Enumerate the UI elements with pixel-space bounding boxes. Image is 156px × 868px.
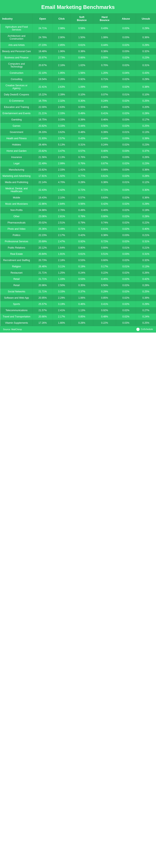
cell-industry: Non-Profits xyxy=(0,207,33,213)
table-row: Medical, Dental, and Healthcare22.43%2.4… xyxy=(0,185,156,194)
cell-open: 27.23% xyxy=(33,42,53,48)
cell-abuse: 0.02% xyxy=(116,194,136,201)
cell-industry: Hobbies xyxy=(0,142,33,148)
table-row: Vitamin Supplements17.26%1.80%0.28%0.22%… xyxy=(0,320,156,326)
cell-click: 3.49% xyxy=(53,226,70,232)
cell-industry: Home and Garden xyxy=(0,148,33,154)
cell-soft_bounce: 0.43% xyxy=(70,135,93,142)
cell-industry: Legal xyxy=(0,160,33,167)
table-row: Travel and Transportation20.66%2.17%0.85… xyxy=(0,314,156,320)
col-click: Click xyxy=(53,13,70,24)
cell-unsub: 0.25% xyxy=(136,123,156,129)
cell-unsub: 0.39% xyxy=(136,135,156,142)
table-row: Retail20.96%2.50%0.35%0.50%0.02%0.28% xyxy=(0,282,156,288)
cell-hard_bounce: 0.71% xyxy=(93,76,116,83)
cell-soft_bounce: 0.56% xyxy=(70,201,93,207)
cell-click: 2.32% xyxy=(53,98,70,104)
cell-hard_bounce: 0.29% xyxy=(93,288,116,295)
cell-open: 22.10% xyxy=(33,70,53,76)
cell-abuse: 0.03% xyxy=(116,232,136,239)
cell-unsub: 0.32% xyxy=(136,257,156,264)
cell-industry: Medical, Dental, and Healthcare xyxy=(0,185,33,194)
cell-abuse: 0.02% xyxy=(116,142,136,148)
source-label: Source: MailChimp xyxy=(3,328,22,331)
cell-abuse: 0.02% xyxy=(116,295,136,301)
cell-click: 2.18% xyxy=(53,257,70,264)
cell-hard_bounce: 0.61% xyxy=(93,226,116,232)
table-row: Retail21.71%1.33%0.53%0.45%0.02%0.42% xyxy=(0,276,156,282)
table-row: Music and Musicians22.86%2.84%0.56%0.42%… xyxy=(0,201,156,207)
cell-hard_bounce: 0.45% xyxy=(93,276,116,282)
cell-abuse: 0.02% xyxy=(116,213,136,220)
cell-open: 20.84% xyxy=(33,251,53,257)
cell-hard_bounce: 0.60% xyxy=(93,257,116,264)
cell-unsub: 0.10% xyxy=(136,92,156,98)
cell-open: 18.75% xyxy=(33,117,53,123)
cell-click: 2.29% xyxy=(53,295,70,301)
table-row: Insurance21.56%2.13%0.76%0.82%0.03%0.26% xyxy=(0,154,156,160)
cell-abuse: 0.02% xyxy=(116,239,136,245)
cell-industry: Professional Services xyxy=(0,239,33,245)
cell-abuse: 0.01% xyxy=(116,245,136,251)
table-row: Photo and Video25.36%3.49%0.71%0.61%0.02… xyxy=(0,226,156,232)
cell-hard_bounce: 0.44% xyxy=(93,135,116,142)
cell-abuse: 0.03% xyxy=(116,48,136,55)
cell-industry: Software and Web App xyxy=(0,295,33,301)
cell-hard_bounce: 0.60% xyxy=(93,213,116,220)
cell-soft_bounce: 0.92% xyxy=(70,76,93,83)
cell-open: 20.67% xyxy=(33,61,53,70)
cell-industry: Other xyxy=(0,213,33,220)
cell-soft_bounce: 0.66% xyxy=(70,55,93,61)
cell-open: 22.14% xyxy=(33,179,53,185)
cell-open: 20.12% xyxy=(33,245,53,251)
cell-open: 21.56% xyxy=(33,154,53,160)
cell-soft_bounce: 0.80% xyxy=(70,245,93,251)
cell-abuse: 0.02% xyxy=(116,282,136,288)
cell-unsub: 0.36% xyxy=(136,167,156,173)
cell-hard_bounce: 0.38% xyxy=(93,232,116,239)
cell-hard_bounce: 1.20% xyxy=(93,70,116,76)
cell-click: 1.80% xyxy=(53,320,70,326)
cell-click: 2.90% xyxy=(53,33,70,42)
table-row: Telecommunications21.57%2.41%1.13%0.92%0… xyxy=(0,307,156,314)
cell-unsub: 0.37% xyxy=(136,148,156,154)
col-industry: Industry xyxy=(0,13,33,24)
cell-abuse: 0.02% xyxy=(116,301,136,307)
cell-click: 1.25% xyxy=(53,270,70,276)
cell-open: 20.66% xyxy=(33,314,53,320)
cell-abuse: 0.02% xyxy=(116,226,136,232)
cell-hard_bounce: 0.72% xyxy=(93,239,116,245)
cell-unsub: 0.13% xyxy=(136,264,156,270)
cell-soft_bounce: 0.71% xyxy=(70,226,93,232)
cell-click: 2.33% xyxy=(53,167,70,173)
cell-unsub: 0.19% xyxy=(136,207,156,213)
cell-click: 2.41% xyxy=(53,307,70,314)
table-row: Creative Services or Agency22.41%2.63%1.… xyxy=(0,83,156,92)
cell-click: 2.99% xyxy=(53,160,70,167)
cell-click: 3.62% xyxy=(53,129,70,135)
cell-click: 2.63% xyxy=(53,104,70,110)
cell-industry: Retail xyxy=(0,276,33,282)
cell-hard_bounce: 0.60% xyxy=(93,245,116,251)
cell-click: 2.39% xyxy=(53,92,70,98)
cell-soft_bounce: 0.49% xyxy=(70,110,93,117)
cell-industry: Beauty and Personal Care xyxy=(0,48,33,55)
cell-unsub: 0.21% xyxy=(136,232,156,239)
cell-unsub: 0.38% xyxy=(136,83,156,92)
cell-unsub: 0.29% xyxy=(136,24,156,33)
cell-hard_bounce: 0.50% xyxy=(93,123,116,129)
cell-hard_bounce: 0.85% xyxy=(93,295,116,301)
cell-abuse: 0.01% xyxy=(116,179,136,185)
cell-hard_bounce: 0.63% xyxy=(93,194,116,201)
table-row: Home and Garden23.82%3.47%0.57%0.40%0.03… xyxy=(0,148,156,154)
cell-hard_bounce: 0.99% xyxy=(93,167,116,173)
cell-open: 23.82% xyxy=(33,167,53,173)
cell-hard_bounce: 0.38% xyxy=(93,48,116,55)
table-row: Business and Finance20.97%2.73%0.66%0.55… xyxy=(0,55,156,61)
table-row: Education and Training22.00%2.63%0.55%0.… xyxy=(0,104,156,110)
cell-industry: Recruitment and Staffing xyxy=(0,257,33,264)
cell-open: 22.43% xyxy=(33,185,53,194)
cell-click: 2.42% xyxy=(53,185,70,194)
cell-unsub: 0.29% xyxy=(136,76,156,83)
cell-soft_bounce: 0.30% xyxy=(70,98,93,104)
